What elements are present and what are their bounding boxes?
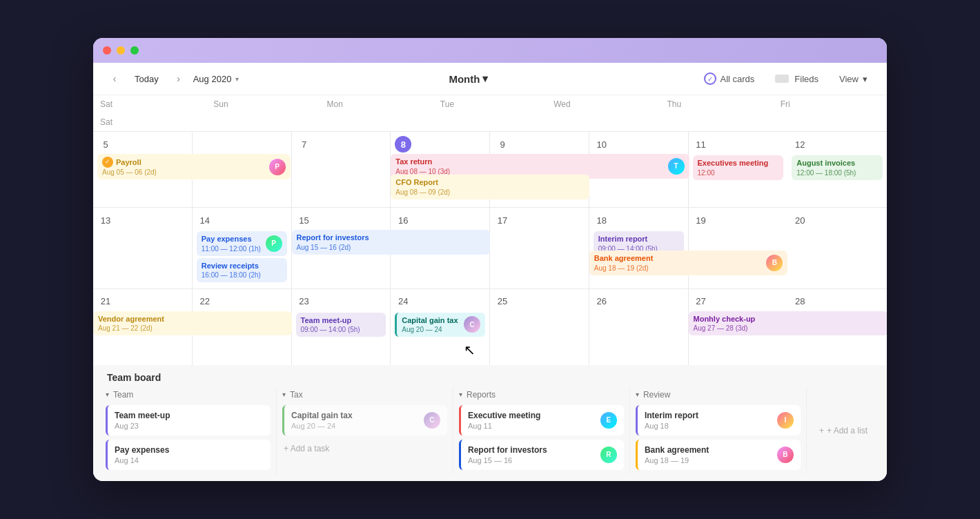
cal-cell-20[interactable]: 20	[787, 208, 887, 289]
event-executives[interactable]: Executives meeting 12:00	[693, 155, 784, 179]
cal-cell-21[interactable]: 21 Vendor agreement Aug 21 — 22 (2d)	[93, 289, 193, 365]
bank-agreement-sub: Aug 18 — 19 (2d)	[594, 264, 654, 273]
board-card-report-investors[interactable]: Report for investors Aug 15 — 16 R	[459, 440, 624, 470]
board-card-team-meetup[interactable]: Team meet-up Aug 23	[106, 405, 271, 435]
prev-button[interactable]: ‹	[107, 71, 122, 86]
august-invoices-sub: 12:00 — 18:00 (5h)	[796, 168, 878, 177]
fileds-button[interactable]: Fileds	[770, 71, 824, 87]
date-8: 8	[395, 136, 411, 153]
month-selector[interactable]: Aug 2020 ▾	[193, 74, 239, 84]
event-august-invoices[interactable]: August invoices 12:00 — 18:00 (5h)	[792, 155, 883, 179]
date-24: 24	[395, 293, 411, 310]
view-button[interactable]: View ▾	[834, 71, 873, 87]
pay-expenses-sub: 11:00 — 12:00 (1h)	[202, 244, 261, 253]
view-selector[interactable]: Month ▾	[449, 72, 488, 85]
event-team-meetup[interactable]: Team meet-up 09:00 — 14:00 (5h)	[296, 313, 386, 337]
cal-cell-8[interactable]: 8 Tax return Aug 08 — 10 (3d) T CFO Repo…	[391, 132, 490, 208]
date-20: 20	[792, 212, 808, 228]
cal-cell-25[interactable]: 25	[490, 289, 589, 365]
toolbar-right: ✓ All cards Fileds View ▾	[698, 70, 874, 88]
date-15: 15	[296, 212, 313, 228]
cal-cell-18[interactable]: 18 Interim report 09:00 — 14:00 (5h) Ban…	[589, 208, 689, 289]
titlebar	[93, 38, 887, 63]
event-pay-expenses[interactable]: Pay expenses 11:00 — 12:00 (1h) P	[197, 231, 287, 255]
tax-chevron-icon: ▾	[282, 391, 286, 398]
review-chevron-icon: ▾	[636, 391, 639, 398]
vendor-agreement-sub: Aug 21 — 22 (2d)	[98, 324, 287, 333]
executive-board-avatar: E	[600, 412, 617, 429]
bank-agreement-card-title: Bank agreement	[645, 445, 709, 455]
cal-cell-19[interactable]: 19	[689, 208, 788, 289]
board-card-interim[interactable]: Interim report Aug 18 I	[636, 405, 801, 435]
today-button[interactable]: Today	[129, 71, 164, 87]
cal-cell-15[interactable]: 15 Report for investors Aug 15 — 16 (2d)	[292, 208, 391, 289]
payroll-title: Payroll	[116, 157, 141, 167]
team-chevron-icon: ▾	[106, 391, 109, 398]
cal-cell-11[interactable]: 11 Executives meeting 12:00	[689, 132, 788, 208]
all-cards-button[interactable]: ✓ All cards	[698, 70, 761, 88]
event-bank-agreement[interactable]: Bank agreement Aug 18 — 19 (2d) B	[589, 251, 788, 275]
monthly-checkup-sub: Aug 27 — 28 (3d)	[694, 324, 884, 333]
date-9: 9	[494, 136, 511, 153]
cal-cell-23[interactable]: 23 Team meet-up 09:00 — 14:00 (5h)	[292, 289, 391, 365]
vendor-agreement-title: Vendor agreement	[98, 314, 287, 324]
list-header-tax: ▾ Tax	[282, 387, 447, 405]
cal-cell-27[interactable]: 27 Monhly check-up Aug 27 — 28 (3d)	[689, 289, 788, 365]
month-dropdown-icon: ▾	[235, 75, 239, 83]
event-payroll[interactable]: ✓ Payroll Aug 05 — 06 (2d) P	[97, 154, 291, 179]
event-cfo-report[interactable]: CFO Report Aug 08 — 09 (2d)	[391, 175, 589, 199]
view-label2: View	[839, 74, 859, 84]
reports-chevron-icon: ▾	[459, 391, 462, 398]
cal-cell-7[interactable]: 7	[292, 132, 391, 208]
date-5: 5	[97, 136, 114, 153]
board-card-pay-expenses[interactable]: Pay expenses Aug 14	[106, 440, 271, 470]
date-10: 10	[594, 136, 610, 153]
week-1: 5 ✓ Payroll Aug 05 — 06 (2d) P	[93, 132, 887, 208]
minimize-dot[interactable]	[117, 46, 125, 55]
date-11: 11	[693, 136, 709, 153]
cursor: ↖	[464, 342, 476, 358]
event-report-investors[interactable]: Report for investors Aug 15 — 16 (2d)	[292, 230, 491, 254]
monthly-checkup-title: Monhly check-up	[694, 314, 884, 324]
cal-cell-5[interactable]: 5 ✓ Payroll Aug 05 — 06 (2d) P	[93, 132, 193, 208]
board-list-tax: ▾ Tax Capital gain tax Aug 20 — 24 C + A…	[277, 387, 453, 474]
cal-cell-17[interactable]: 17	[490, 208, 589, 289]
week-3: 21 Vendor agreement Aug 21 — 22 (2d) 22 …	[93, 289, 887, 365]
add-list-col: + + Add a list	[807, 387, 880, 474]
cfo-title: CFO Report	[395, 177, 585, 187]
event-vendor-agreement[interactable]: Vendor agreement Aug 21 — 22 (2d)	[93, 311, 292, 335]
cfo-sub: Aug 08 — 09 (2d)	[395, 188, 585, 197]
date-23: 23	[296, 293, 313, 310]
date-12: 12	[792, 136, 808, 153]
bank-agreement-title: Bank agreement	[594, 253, 654, 263]
executive-card-title: Executive meeting	[468, 411, 540, 420]
cal-cell-24[interactable]: 24 Capital gain tax Aug 20 — 24 C ↖	[391, 289, 490, 365]
add-task-tax[interactable]: + Add a task	[282, 440, 447, 458]
executive-card-sub: Aug 11	[468, 422, 540, 430]
cal-cell-14[interactable]: 14 Pay expenses 11:00 — 12:00 (1h) P Rev…	[193, 208, 292, 289]
close-dot[interactable]	[103, 46, 111, 55]
cal-cell-26[interactable]: 26	[589, 289, 689, 365]
payroll-check: ✓	[102, 157, 113, 168]
event-capital-gain[interactable]: Capital gain tax Aug 20 — 24 C	[395, 313, 485, 337]
date-27: 27	[693, 293, 709, 310]
board-card-capital-gain[interactable]: Capital gain tax Aug 20 — 24 C	[282, 405, 447, 435]
tax-return-avatar: T	[668, 158, 685, 175]
fileds-icon	[775, 75, 789, 83]
view-label: Month	[449, 73, 480, 85]
maximize-dot[interactable]	[130, 46, 139, 55]
add-list-button[interactable]: + + Add a list	[814, 423, 873, 438]
next-button[interactable]: ›	[171, 71, 186, 86]
toolbar: ‹ Today › Aug 2020 ▾ Month ▾ ✓ All cards…	[93, 63, 887, 95]
board-lists: ▾ Team Team meet-up Aug 23 Pay expenses …	[93, 387, 887, 481]
app-window: ‹ Today › Aug 2020 ▾ Month ▾ ✓ All cards…	[93, 38, 887, 481]
board-card-bank-agreement[interactable]: Bank agreement Aug 18 — 19 B	[636, 440, 801, 470]
day-headers: Sat Sun Mon Tue Wed Thu Fri Sat	[93, 95, 887, 132]
event-review-receipts[interactable]: Review receipts 16:00 — 18:00 (2h)	[197, 258, 287, 282]
cal-cell-13[interactable]: 13	[93, 208, 193, 289]
cal-cell-12[interactable]: 12 August invoices 12:00 — 18:00 (5h)	[787, 132, 887, 208]
event-monthly-checkup[interactable]: Monhly check-up Aug 27 — 28 (3d)	[689, 311, 888, 335]
bank-agreement-avatar: B	[766, 255, 783, 271]
capital-gain-card-sub: Aug 20 — 24	[291, 422, 353, 430]
board-card-executive[interactable]: Executive meeting Aug 11 E	[459, 405, 624, 435]
